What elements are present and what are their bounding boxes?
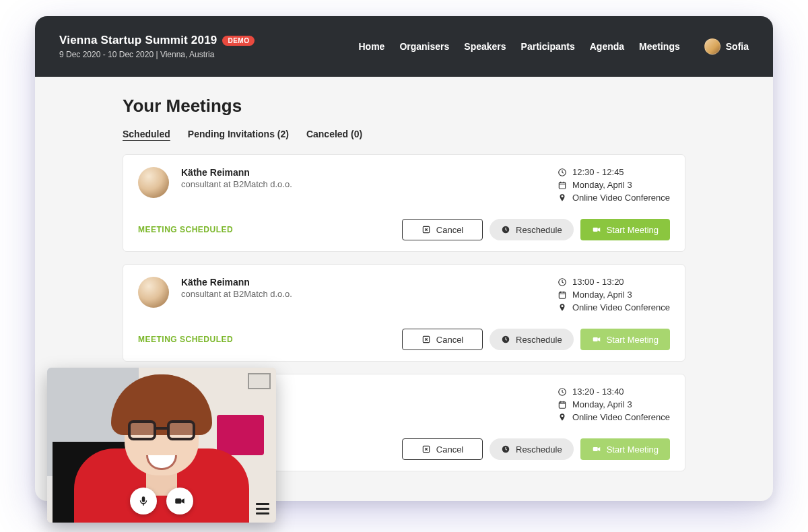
pin-icon	[558, 413, 567, 422]
svg-rect-1	[559, 182, 565, 188]
video-icon	[592, 225, 601, 234]
tabs: Scheduled Pending Invitations (2) Cancel…	[123, 129, 685, 142]
person-role: consultant at B2Match d.o.o.	[181, 289, 292, 299]
svg-rect-9	[593, 337, 597, 341]
calendar-icon	[558, 400, 567, 409]
pin-icon	[558, 303, 567, 312]
topbar: Vienna Startup Summit 2019 DEMO 9 Dec 20…	[35, 16, 773, 77]
meeting-info: 13:00 - 13:20 Monday, April 3 Online Vid…	[558, 277, 670, 315]
svg-rect-14	[593, 447, 597, 451]
nav-agenda[interactable]: Agenda	[590, 41, 624, 52]
meeting-date: Monday, April 3	[572, 290, 632, 300]
demo-badge: DEMO	[222, 36, 255, 46]
meeting-date: Monday, April 3	[572, 399, 632, 409]
cancel-button[interactable]: Cancel	[402, 438, 483, 460]
clock-icon	[501, 335, 510, 344]
meeting-time: 13:20 - 13:40	[572, 387, 624, 397]
svg-rect-4	[593, 228, 597, 232]
start-label: Start Meeting	[607, 335, 659, 345]
cancel-button[interactable]: Cancel	[402, 329, 483, 350]
video-menu-button[interactable]	[256, 503, 269, 514]
reschedule-label: Reschedule	[516, 225, 562, 235]
video-icon	[592, 444, 601, 454]
clock-icon	[558, 277, 567, 287]
event-subtitle: 9 Dec 2020 - 10 Dec 2020 | Vienna, Austr…	[59, 50, 255, 59]
nav-home[interactable]: Home	[358, 41, 384, 52]
start-meeting-button[interactable]: Start Meeting	[580, 329, 670, 350]
reschedule-label: Reschedule	[516, 444, 562, 455]
calendar-icon	[558, 180, 567, 190]
cancel-label: Cancel	[436, 225, 463, 235]
status-badge: MEETING SCHEDULED	[138, 225, 233, 234]
person-avatar	[138, 167, 169, 198]
calendar-icon	[558, 290, 567, 300]
brand-block: Vienna Startup Summit 2019 DEMO 9 Dec 20…	[59, 34, 255, 59]
x-box-icon	[422, 225, 431, 234]
reschedule-button[interactable]: Reschedule	[490, 438, 574, 460]
status-badge: MEETING SCHEDULED	[138, 335, 233, 344]
clock-icon	[558, 387, 567, 397]
video-call-overlay[interactable]	[47, 368, 276, 523]
cancel-label: Cancel	[436, 444, 463, 455]
nav-meetings[interactable]: Meetings	[639, 41, 680, 52]
video-controls	[130, 488, 193, 514]
self-thumbnail[interactable]	[248, 373, 271, 389]
mic-toggle[interactable]	[130, 488, 157, 514]
meeting-time: 13:00 - 13:20	[572, 277, 624, 287]
person-avatar	[138, 277, 169, 308]
meeting-info: 12:30 - 12:45 Monday, April 3 Online Vid…	[558, 167, 670, 205]
nav-organisers[interactable]: Organisers	[399, 41, 449, 52]
nav-participants[interactable]: Participants	[521, 41, 575, 52]
meeting-card: Käthe Reimann consultant at B2Match d.o.…	[123, 264, 685, 362]
meeting-info: 13:20 - 13:40 Monday, April 3 Online Vid…	[558, 387, 670, 425]
page-title: Your Meetings	[123, 96, 685, 117]
pin-icon	[558, 193, 567, 203]
meeting-actions: Cancel Reschedule Start Meeting	[402, 219, 670, 240]
camera-icon	[174, 495, 186, 507]
person-name: Käthe Reimann	[181, 277, 292, 288]
meeting-person: Käthe Reimann consultant at B2Match d.o.…	[138, 277, 292, 315]
person-role: consultant at B2Match d.o.o.	[181, 179, 292, 189]
svg-rect-15	[175, 498, 181, 504]
user-name: Sofia	[726, 41, 749, 52]
meeting-location: Online Video Conference	[572, 412, 670, 422]
clock-icon	[501, 444, 510, 454]
tab-scheduled[interactable]: Scheduled	[123, 129, 170, 142]
start-label: Start Meeting	[607, 225, 659, 235]
tab-canceled[interactable]: Canceled (0)	[306, 129, 362, 142]
camera-toggle[interactable]	[166, 488, 193, 514]
x-box-icon	[422, 444, 431, 454]
meeting-person: Käthe Reimann consultant at B2Match d.o.…	[138, 167, 292, 205]
meeting-actions: Cancel Reschedule Start Meeting	[402, 438, 670, 460]
reschedule-label: Reschedule	[516, 335, 562, 345]
meeting-date: Monday, April 3	[572, 180, 632, 190]
x-box-icon	[422, 335, 431, 344]
cancel-label: Cancel	[436, 335, 463, 345]
cancel-button[interactable]: Cancel	[402, 219, 483, 240]
menu-icon	[256, 503, 269, 505]
svg-rect-11	[559, 401, 565, 407]
main-nav: Home Organisers Speakers Participants Ag…	[358, 38, 749, 55]
svg-rect-6	[559, 292, 565, 298]
person-name: Käthe Reimann	[181, 167, 292, 178]
start-meeting-button[interactable]: Start Meeting	[580, 219, 670, 240]
nav-speakers[interactable]: Speakers	[464, 41, 506, 52]
user-menu[interactable]: Sofia	[704, 38, 749, 55]
start-label: Start Meeting	[607, 444, 659, 455]
event-title: Vienna Startup Summit 2019	[59, 34, 217, 47]
avatar	[704, 38, 720, 55]
meeting-time: 12:30 - 12:45	[572, 167, 624, 177]
meeting-location: Online Video Conference	[572, 302, 670, 312]
meeting-card: Käthe Reimann consultant at B2Match d.o.…	[123, 154, 685, 252]
tab-pending[interactable]: Pending Invitations (2)	[188, 129, 289, 142]
reschedule-button[interactable]: Reschedule	[490, 329, 574, 350]
meeting-location: Online Video Conference	[572, 193, 670, 203]
video-icon	[592, 335, 601, 344]
microphone-icon	[137, 495, 149, 507]
start-meeting-button[interactable]: Start Meeting	[580, 438, 670, 460]
clock-icon	[558, 168, 567, 177]
reschedule-button[interactable]: Reschedule	[490, 219, 574, 240]
meeting-actions: Cancel Reschedule Start Meeting	[402, 329, 670, 350]
clock-icon	[501, 225, 510, 234]
